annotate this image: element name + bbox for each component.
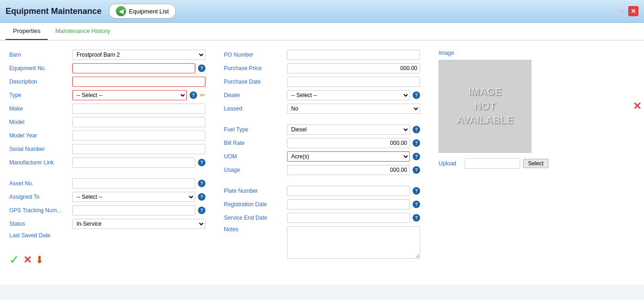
type-help-icon[interactable]: ?	[190, 91, 197, 99]
asset-no-input[interactable]	[72, 178, 195, 189]
asset-no-label: Asset No.	[9, 180, 70, 187]
dealer-row: Dealer -- Select -- Dealer 1 Dealer 2 ?	[224, 90, 420, 100]
type-row: Type -- Select -- Tractor Truck ? ✏	[9, 90, 205, 100]
equipment-list-label: Equipment List	[129, 8, 169, 15]
model-input[interactable]	[72, 117, 205, 127]
purchase-price-row: Purchase Price	[224, 63, 420, 73]
serial-number-input[interactable]	[72, 144, 205, 154]
upload-input[interactable]	[465, 158, 520, 169]
notes-label: Notes	[224, 226, 284, 233]
leased-label: Leased	[224, 105, 284, 112]
plate-number-help-icon[interactable]: ?	[413, 187, 420, 195]
download-button[interactable]: ⬇	[35, 254, 44, 266]
status-row: Status In-Service Out-of-Service Retired	[9, 219, 205, 229]
barn-select[interactable]: Frostproof Barn 2 Barn 1 Barn 3	[72, 50, 205, 60]
title-bar: Equipment Maintenance ◀ Equipment List ★…	[0, 0, 644, 23]
purchase-date-input[interactable]	[287, 77, 420, 87]
fuel-type-label: Fuel Type	[224, 126, 284, 133]
plate-number-input[interactable]	[287, 186, 410, 196]
tab-bar: Properties Maintenance History	[0, 23, 644, 40]
bill-rate-help-icon[interactable]: ?	[413, 139, 420, 147]
upload-label: Upload	[439, 160, 462, 167]
bill-rate-input[interactable]	[287, 138, 410, 148]
purchase-price-input[interactable]	[287, 63, 420, 73]
description-row: Description	[9, 77, 205, 87]
usage-label: Usage	[224, 167, 284, 173]
dealer-help-icon[interactable]: ?	[413, 91, 420, 99]
model-year-input[interactable]	[72, 130, 205, 141]
gps-tracking-help-icon[interactable]: ?	[198, 207, 205, 214]
status-label: Status	[9, 221, 70, 227]
po-number-row: PO Number	[224, 50, 420, 60]
make-row: Make	[9, 104, 205, 114]
asset-no-row: Asset No. ?	[9, 178, 205, 189]
dealer-select[interactable]: -- Select -- Dealer 1 Dealer 2	[287, 90, 410, 100]
fuel-type-help-icon[interactable]: ?	[413, 126, 420, 133]
equipment-no-row: Equipment No. ?	[9, 63, 205, 73]
make-input[interactable]	[72, 104, 205, 114]
upload-select-button[interactable]: Select	[523, 159, 548, 168]
equipment-no-help-icon[interactable]: ?	[198, 65, 205, 72]
close-button[interactable]: ✕	[628, 6, 638, 16]
usage-help-icon[interactable]: ?	[413, 166, 420, 174]
fuel-type-row: Fuel Type Diesel Gas Electric ?	[224, 124, 420, 135]
manufacturer-link-input[interactable]	[72, 157, 195, 168]
tab-maintenance-history[interactable]: Maintenance History	[48, 23, 118, 40]
assigned-to-select[interactable]: -- Select -- John Doe Jane Smith	[72, 192, 195, 202]
barn-row: Barn Frostproof Barn 2 Barn 1 Barn 3	[9, 50, 205, 60]
image-placeholder: IMAGENOTAVAILABLE	[439, 60, 531, 153]
service-end-date-row: Service End Date ?	[224, 213, 420, 223]
form-grid: Barn Frostproof Barn 2 Barn 1 Barn 3 Equ…	[9, 50, 635, 267]
manufacturer-link-row: Manufacturer Link ?	[9, 157, 205, 168]
leased-select[interactable]: No Yes	[287, 104, 420, 114]
registration-date-input[interactable]	[287, 199, 410, 209]
manufacturer-link-label: Manufacturer Link	[9, 159, 70, 166]
usage-input[interactable]	[287, 165, 410, 175]
type-edit-icon[interactable]: ✏	[200, 91, 205, 99]
plate-number-row: Plate Number ?	[224, 186, 420, 196]
form-col-3: Image IMAGENOTAVAILABLE ✕ Upload Select	[439, 50, 635, 267]
equipment-list-button[interactable]: ◀ Equipment List	[109, 4, 176, 19]
equipment-no-label: Equipment No.	[9, 65, 70, 72]
registration-date-row: Registration Date ?	[224, 199, 420, 209]
purchase-price-label: Purchase Price	[224, 65, 284, 72]
uom-select[interactable]: Acre(s) Hours Miles	[287, 151, 410, 162]
status-select[interactable]: In-Service Out-of-Service Retired	[72, 219, 205, 229]
image-section: Image IMAGENOTAVAILABLE ✕ Upload Select	[439, 50, 635, 169]
star-button[interactable]: ★	[618, 6, 625, 16]
notes-textarea[interactable]	[287, 226, 420, 259]
service-end-date-input[interactable]	[287, 213, 410, 223]
uom-help-icon[interactable]: ?	[413, 153, 420, 160]
type-select[interactable]: -- Select -- Tractor Truck	[72, 90, 187, 100]
make-label: Make	[9, 105, 70, 112]
equipment-no-input[interactable]	[72, 63, 195, 73]
purchase-date-label: Purchase Date	[224, 78, 284, 85]
registration-date-help-icon[interactable]: ?	[413, 201, 420, 208]
nav-arrow-icon: ◀	[116, 6, 126, 16]
cancel-x-button[interactable]: ✕	[23, 254, 32, 266]
service-end-date-help-icon[interactable]: ?	[413, 214, 420, 222]
description-input[interactable]	[72, 77, 205, 87]
purchase-date-row: Purchase Date	[224, 77, 420, 87]
model-row: Model	[9, 117, 205, 127]
manufacturer-link-help-icon[interactable]: ?	[198, 159, 205, 166]
usage-row: Usage ?	[224, 165, 420, 175]
fuel-type-select[interactable]: Diesel Gas Electric	[287, 124, 410, 135]
last-saved-date-row: Last Saved Date	[9, 232, 205, 239]
po-number-input[interactable]	[287, 50, 420, 60]
tab-properties[interactable]: Properties	[6, 23, 48, 40]
model-year-row: Model Year	[9, 130, 205, 141]
gps-tracking-input[interactable]	[72, 205, 195, 215]
main-content: Barn Frostproof Barn 2 Barn 1 Barn 3 Equ…	[0, 40, 644, 285]
assigned-to-help-icon[interactable]: ?	[198, 193, 205, 201]
barn-label: Barn	[9, 52, 70, 58]
save-check-button[interactable]: ✓	[9, 253, 19, 267]
image-remove-button[interactable]: ✕	[633, 100, 641, 112]
title-bar-right: ★ ✕	[618, 6, 638, 16]
bill-rate-label: Bill Rate	[224, 140, 284, 146]
app-title: Equipment Maintenance	[6, 7, 102, 16]
leased-row: Leased No Yes	[224, 104, 420, 114]
image-label: Image	[439, 50, 499, 56]
gps-tracking-label: GPS Tracking Num...	[9, 207, 70, 214]
asset-no-help-icon[interactable]: ?	[198, 180, 205, 187]
